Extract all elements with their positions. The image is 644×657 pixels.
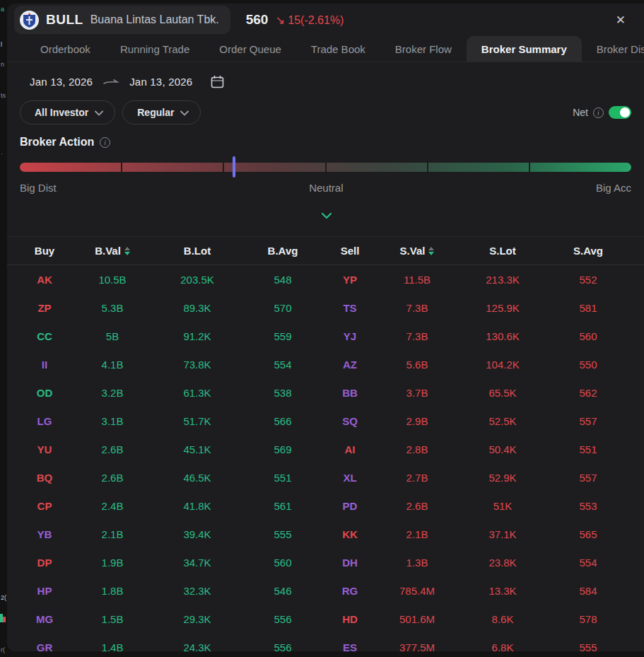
down-arrow-icon: ↘ (275, 14, 284, 26)
buy-value: 1.4B (69, 633, 156, 651)
column-header-s-avg[interactable]: S.Avg (544, 237, 632, 264)
buy-avg: 556 (239, 605, 327, 633)
sell-lot: 213.3K (461, 265, 544, 293)
sell-value: 1.3B (373, 548, 461, 576)
buy-value: 4.1B (69, 350, 156, 378)
sell-broker-code: XL (327, 463, 373, 492)
table-row[interactable]: YB2.1B39.4K555KK2.1B37.1K565 (7, 520, 644, 548)
background-text-fragment: r( (1, 646, 5, 653)
sell-lot: 8.6K (461, 605, 544, 633)
net-toggle[interactable] (609, 106, 631, 119)
gauge-segment-divider (325, 163, 327, 172)
collapse-chevron-row (7, 194, 644, 222)
stock-detail-modal: BULL Buana Lintas Lautan Tbk. 560 ↘ 15(-… (7, 4, 644, 651)
buy-broker-code: CP (20, 492, 69, 520)
info-icon[interactable]: i (593, 107, 604, 118)
table-row[interactable]: BQ2.6B46.5K551XL2.7B52.9K557 (7, 463, 644, 492)
sell-broker-code: RG (327, 576, 373, 605)
chevron-down-icon[interactable] (321, 209, 332, 222)
chevron-down-icon (180, 107, 189, 118)
sell-broker-code: YJ (327, 322, 373, 350)
table-row[interactable]: CC5B91.2K559YJ7.3B130.6K560 (7, 322, 644, 350)
sell-avg: 560 (544, 322, 632, 350)
sell-broker-code: PD (327, 492, 373, 520)
column-header-b-lot[interactable]: B.Lot (156, 237, 239, 264)
sell-broker-code: HD (327, 605, 373, 633)
buy-value: 3.2B (69, 378, 156, 407)
table-row[interactable]: GR1.4B24.3K556ES377.5M6.8K555 (7, 633, 644, 651)
broker-action-gauge (20, 156, 631, 178)
buy-value: 1.8B (69, 576, 156, 605)
background-text-fragment: a (1, 6, 4, 13)
background-text-fragment: ts (1, 92, 6, 99)
tab-trade-book[interactable]: Trade Book (296, 36, 380, 62)
background-text-fragment: l (1, 41, 2, 48)
table-row[interactable]: MG1.5B29.3K556HD501.6M8.6K578 (7, 605, 644, 633)
tab-order-queue[interactable]: Order Queue (204, 36, 296, 62)
tab-broker-summary[interactable]: Broker Summary (467, 36, 582, 62)
table-row[interactable]: CP2.4B41.8K561PD2.6B51K553 (7, 492, 644, 520)
table-row[interactable]: HP1.8B32.3K546RG785.4M13.3K584 (7, 576, 644, 605)
buy-lot: 34.7K (156, 548, 239, 576)
column-header-buy[interactable]: Buy (20, 237, 69, 264)
buy-broker-code: YB (20, 520, 69, 548)
sell-value: 2.6B (373, 492, 461, 520)
table-row[interactable]: AK10.5B203.5K548YP11.5B213.3K552 (7, 265, 644, 293)
sort-icon[interactable] (124, 247, 130, 255)
sell-value: 11.5B (373, 265, 461, 293)
ticker-pill[interactable]: BULL Buana Lintas Lautan Tbk. (14, 6, 230, 34)
buy-value: 2.1B (69, 520, 156, 548)
tab-broker-flow[interactable]: Broker Flow (380, 36, 467, 62)
broker-summary-window: alnts·2(r( BULL Buana Lintas Lautan Tbk.… (0, 0, 644, 657)
buy-value: 2.6B (69, 463, 156, 492)
table-row[interactable]: OD3.2B61.3K538BB3.7B65.5K562 (7, 378, 644, 407)
buy-broker-code: LG (20, 407, 69, 435)
buy-avg: 559 (239, 322, 327, 350)
close-icon[interactable]: ✕ (611, 10, 630, 30)
date-from[interactable]: Jan 13, 2026 (30, 76, 93, 88)
board-dropdown[interactable]: Regular (122, 100, 201, 124)
info-icon[interactable]: i (100, 137, 110, 148)
buy-value: 1.9B (69, 548, 156, 576)
buy-lot: 51.7K (156, 407, 239, 435)
column-header-sell[interactable]: Sell (327, 237, 373, 264)
buy-broker-code: OD (20, 378, 69, 407)
gauge-segment-divider (121, 163, 122, 172)
buy-lot: 61.3K (156, 378, 239, 407)
table-row[interactable]: ZP5.3B89.3K570TS7.3B125.9K581 (7, 293, 644, 322)
investor-dropdown[interactable]: All Investor (20, 100, 115, 124)
buy-lot: 91.2K (156, 322, 239, 350)
column-header-s-lot[interactable]: S.Lot (461, 237, 544, 264)
column-header-s-val[interactable]: S.Val (373, 237, 461, 264)
buy-avg: 551 (239, 463, 327, 492)
column-header-b-avg[interactable]: B.Avg (239, 237, 327, 264)
buy-broker-code: ZP (20, 293, 69, 322)
buy-avg: 555 (239, 520, 327, 548)
sell-value: 501.6M (373, 605, 461, 633)
buy-value: 2.6B (69, 435, 156, 463)
buy-avg: 546 (239, 576, 327, 605)
calendar-icon[interactable] (211, 75, 224, 88)
sell-value: 2.8B (373, 435, 461, 463)
tab-broker-distr[interactable]: Broker Distr (582, 36, 644, 62)
sell-avg: 550 (544, 350, 632, 378)
date-to[interactable]: Jan 13, 2026 (129, 76, 192, 88)
tab-orderbook[interactable]: Orderbook (25, 36, 105, 62)
column-header-b-val[interactable]: B.Val (69, 237, 156, 264)
buy-broker-code: GR (20, 633, 69, 651)
date-range-row: Jan 13, 2026 Jan 13, 2026 (7, 62, 644, 88)
table-row[interactable]: II4.1B73.8K554AZ5.6B104.2K550 (7, 350, 644, 378)
buy-broker-code: CC (20, 322, 69, 350)
sell-avg: 552 (544, 265, 632, 293)
buy-value: 10.5B (69, 265, 156, 293)
table-row[interactable]: DP1.9B34.7K560DH1.3B23.8K554 (7, 548, 644, 576)
sort-icon[interactable] (428, 247, 434, 255)
gauge-marker (233, 156, 235, 178)
table-row[interactable]: LG3.1B51.7K566SQ2.9B52.5K557 (7, 407, 644, 435)
table-row[interactable]: YU2.6B45.1K569AI2.8B50.4K551 (7, 435, 644, 463)
sell-lot: 65.5K (461, 378, 544, 407)
buy-broker-code: AK (20, 265, 69, 293)
tab-running-trade[interactable]: Running Trade (105, 36, 204, 62)
buy-avg: 570 (239, 293, 327, 322)
sell-avg: 557 (544, 463, 632, 492)
